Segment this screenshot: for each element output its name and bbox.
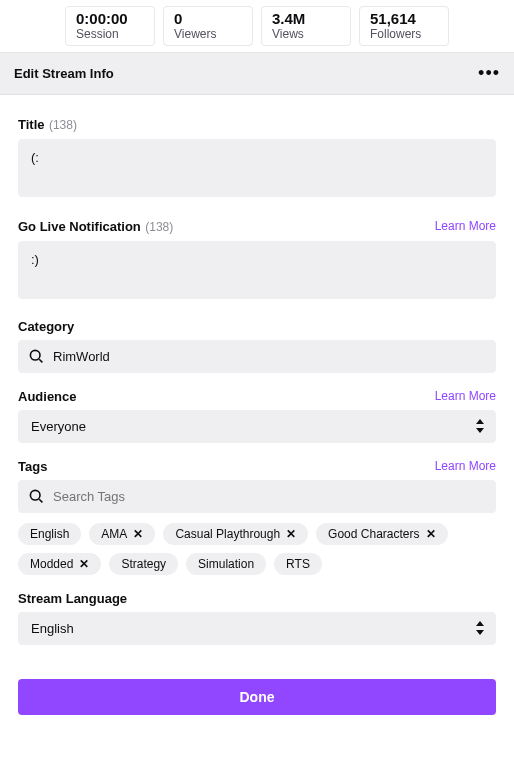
svg-point-4 (30, 491, 40, 501)
tag-label: Casual Playthrough (175, 527, 280, 541)
edit-stream-form: Title (138) Go Live Notification (138) L… (0, 95, 514, 733)
tag-label: Good Characters (328, 527, 419, 541)
tag-remove-icon[interactable]: ✕ (286, 527, 296, 541)
stat-views-value: 3.4M (272, 11, 340, 28)
search-icon (28, 348, 44, 364)
language-field: Stream Language English (18, 591, 496, 645)
panel-header: Edit Stream Info ••• (0, 53, 514, 95)
stat-followers-label: Followers (370, 28, 438, 41)
tag-pill[interactable]: Modded✕ (18, 553, 101, 575)
svg-line-1 (39, 359, 42, 362)
stat-viewers: 0 Viewers (163, 6, 253, 46)
tags-search-input[interactable] (18, 480, 496, 513)
stat-followers: 51,614 Followers (359, 6, 449, 46)
notification-label: Go Live Notification (18, 219, 141, 234)
stat-viewers-value: 0 (174, 11, 242, 28)
notification-learn-more[interactable]: Learn More (435, 219, 496, 233)
title-input[interactable] (18, 139, 496, 197)
stat-followers-value: 51,614 (370, 11, 438, 28)
search-icon (28, 488, 44, 504)
audience-learn-more[interactable]: Learn More (435, 389, 496, 403)
notification-input[interactable] (18, 241, 496, 299)
category-input[interactable] (18, 340, 496, 373)
stat-viewers-label: Viewers (174, 28, 242, 41)
panel-title: Edit Stream Info (14, 66, 114, 81)
tags-field: Tags Learn More EnglishAMA✕Casual Playth… (18, 459, 496, 575)
tag-label: RTS (286, 557, 310, 571)
audience-label: Audience (18, 389, 77, 404)
svg-line-5 (39, 499, 42, 502)
category-label: Category (18, 319, 74, 334)
title-count: (138) (49, 118, 77, 132)
more-icon[interactable]: ••• (478, 63, 500, 84)
notification-field: Go Live Notification (138) Learn More (18, 217, 496, 303)
tag-remove-icon[interactable]: ✕ (426, 527, 436, 541)
tag-pill[interactable]: English (18, 523, 81, 545)
title-label: Title (18, 117, 45, 132)
title-field: Title (138) (18, 115, 496, 201)
tag-label: Strategy (121, 557, 166, 571)
tags-label: Tags (18, 459, 47, 474)
stats-bar: 0:00:00 Session 0 Viewers 3.4M Views 51,… (0, 0, 514, 53)
tags-learn-more[interactable]: Learn More (435, 459, 496, 473)
tag-remove-icon[interactable]: ✕ (133, 527, 143, 541)
tag-pill[interactable]: Simulation (186, 553, 266, 575)
done-button[interactable]: Done (18, 679, 496, 715)
stat-session-label: Session (76, 28, 144, 41)
category-field: Category (18, 319, 496, 373)
tag-list: EnglishAMA✕Casual Playthrough✕Good Chara… (18, 523, 496, 575)
svg-point-0 (30, 351, 40, 361)
stat-session: 0:00:00 Session (65, 6, 155, 46)
tag-pill[interactable]: Casual Playthrough✕ (163, 523, 308, 545)
tag-pill[interactable]: Good Characters✕ (316, 523, 447, 545)
notification-count: (138) (145, 220, 173, 234)
audience-field: Audience Learn More Everyone (18, 389, 496, 443)
stat-views-label: Views (272, 28, 340, 41)
tag-pill[interactable]: Strategy (109, 553, 178, 575)
stat-views: 3.4M Views (261, 6, 351, 46)
tag-pill[interactable]: RTS (274, 553, 322, 575)
language-select[interactable]: English (18, 612, 496, 645)
stat-session-value: 0:00:00 (76, 11, 144, 28)
tag-label: English (30, 527, 69, 541)
language-label: Stream Language (18, 591, 127, 606)
audience-select[interactable]: Everyone (18, 410, 496, 443)
tag-label: Modded (30, 557, 73, 571)
tag-pill[interactable]: AMA✕ (89, 523, 155, 545)
tag-label: Simulation (198, 557, 254, 571)
tag-remove-icon[interactable]: ✕ (79, 557, 89, 571)
tag-label: AMA (101, 527, 127, 541)
